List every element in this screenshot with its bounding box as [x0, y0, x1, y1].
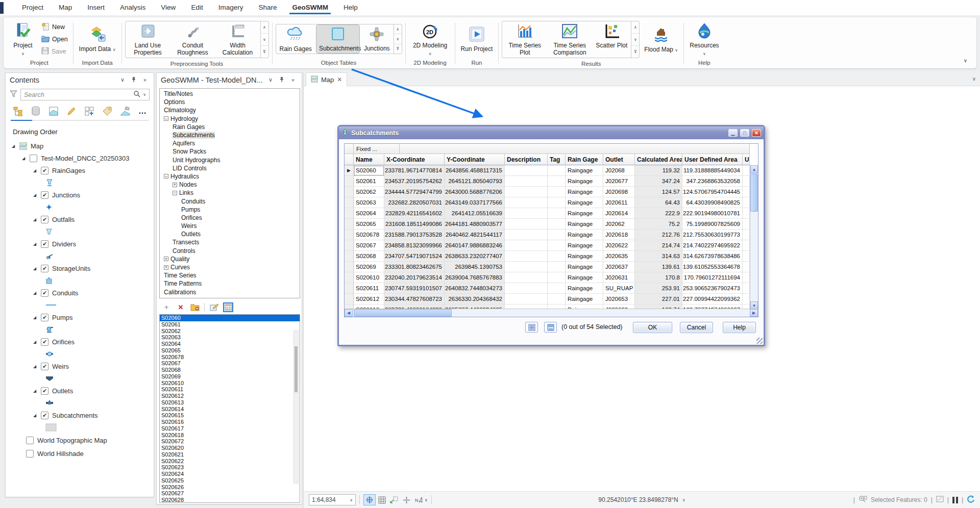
- cell[interactable]: [505, 208, 548, 219]
- expand-icon[interactable]: ◢: [32, 340, 37, 344]
- cell[interactable]: [505, 230, 548, 240]
- row-selector[interactable]: [345, 251, 354, 262]
- tree-item-subcatchments[interactable]: ◢✔Subcatchments: [11, 409, 154, 421]
- table-row[interactable]: S02062234444.577294747992643000.56887762…: [345, 187, 750, 197]
- geo-tree-orifices[interactable]: Orifices: [160, 214, 300, 222]
- chevron-down-icon[interactable]: ∨: [425, 498, 428, 502]
- subcatchments-button[interactable]: Subcatchments: [316, 25, 359, 53]
- row-selector[interactable]: [345, 208, 354, 219]
- cell[interactable]: S02060: [354, 165, 384, 176]
- cell[interactable]: S020611: [354, 283, 384, 294]
- collapse-icon[interactable]: −: [164, 174, 168, 179]
- cell[interactable]: Raingage: [566, 197, 603, 208]
- list-item[interactable]: S02067: [160, 360, 300, 367]
- cell[interactable]: Raingage: [566, 230, 603, 240]
- list-item[interactable]: S020610: [160, 380, 300, 387]
- expand-icon[interactable]: ◢: [32, 193, 37, 197]
- chevron-down-icon[interactable]: ∨: [118, 77, 127, 83]
- pin-icon[interactable]: [129, 77, 138, 84]
- cell[interactable]: S02068: [354, 251, 384, 262]
- menu-imagery[interactable]: Imagery: [211, 0, 251, 15]
- search-icon[interactable]: [133, 90, 140, 99]
- cell[interactable]: 231588.79013753528: [384, 230, 445, 240]
- time-series-comparison-button[interactable]: Time Series Comparison: [548, 22, 591, 57]
- tree-item-world-topographic-map[interactable]: World Topographic Map: [11, 434, 154, 447]
- cell[interactable]: [743, 165, 750, 176]
- list-item[interactable]: S020672: [160, 438, 300, 445]
- cell[interactable]: J020611: [603, 197, 635, 208]
- north-arrow-icon[interactable]: N: [412, 494, 425, 505]
- cell[interactable]: 212.76: [635, 230, 682, 240]
- cell[interactable]: Raingage: [566, 208, 603, 219]
- project-button[interactable]: Project∨: [9, 21, 37, 57]
- menu-share[interactable]: Share: [251, 0, 284, 15]
- ok-button[interactable]: OK: [633, 322, 672, 333]
- column-header-u[interactable]: U: [743, 154, 750, 165]
- column-header-y-coordinate[interactable]: Y-Coordinate: [445, 154, 505, 165]
- list-item[interactable]: S02068: [160, 367, 300, 373]
- expand-icon[interactable]: +: [173, 183, 177, 187]
- cell[interactable]: 232040.20179623514: [384, 272, 445, 283]
- cell[interactable]: [548, 262, 566, 272]
- geo-tree-snow-packs[interactable]: Snow Packs: [160, 147, 300, 156]
- row-selector[interactable]: [345, 176, 354, 187]
- cell[interactable]: [505, 262, 548, 272]
- geo-tree-quality[interactable]: +Quality: [160, 255, 300, 263]
- cell[interactable]: [548, 176, 566, 187]
- visibility-checkbox[interactable]: ✔: [41, 412, 48, 419]
- cell[interactable]: [743, 294, 750, 304]
- row-selector[interactable]: [345, 219, 354, 230]
- expand-icon[interactable]: ◢: [32, 217, 37, 222]
- column-header-user-defined-area[interactable]: User Defined Area: [682, 154, 743, 165]
- cell[interactable]: 232682.2820507031: [384, 197, 445, 208]
- cell[interactable]: J020631: [603, 272, 635, 283]
- cell[interactable]: 139.61052553364678: [682, 262, 743, 272]
- expand-icon[interactable]: ◢: [32, 389, 37, 393]
- tree-item-dividers[interactable]: ◢✔Dividers: [11, 238, 154, 250]
- scale-select[interactable]: 1:64,834 ∨: [309, 494, 356, 505]
- cell[interactable]: 119.32: [635, 165, 682, 176]
- cell[interactable]: [743, 240, 750, 251]
- new-button[interactable]: New: [39, 22, 70, 33]
- cell[interactable]: 230344.47827608723: [384, 294, 445, 304]
- list-item[interactable]: S020621: [160, 451, 300, 458]
- cell[interactable]: [505, 165, 548, 176]
- expand-icon[interactable]: ◢: [11, 144, 16, 148]
- expand-icon[interactable]: ◢: [32, 266, 37, 271]
- visibility-checkbox[interactable]: ✔: [41, 216, 48, 223]
- pause-drawing-icon[interactable]: [952, 497, 958, 503]
- cell[interactable]: 212.75530630199773: [682, 230, 743, 240]
- object-list-scrollbar[interactable]: [293, 331, 299, 484]
- cell[interactable]: 75.19989007825609: [682, 219, 743, 230]
- gallery-scroll-results[interactable]: ∧∨⊽: [631, 21, 639, 58]
- table-row[interactable]: S02065231608.185114990862644181.48809035…: [345, 219, 750, 230]
- cell[interactable]: [505, 197, 548, 208]
- cell[interactable]: [548, 283, 566, 294]
- cell[interactable]: 234707.54719071524: [384, 251, 445, 262]
- cell[interactable]: 214.74022974695922: [682, 240, 743, 251]
- cell[interactable]: 2643149.0337177566: [445, 197, 505, 208]
- cell[interactable]: [548, 272, 566, 283]
- open-button[interactable]: Open: [39, 35, 70, 44]
- gallery-scroll-object-tables[interactable]: ∧∨⊽: [394, 24, 402, 54]
- geo-tree-time-patterns[interactable]: Time Patterns: [160, 280, 300, 288]
- selection-box-icon[interactable]: [936, 496, 944, 504]
- row-selector[interactable]: [345, 197, 354, 208]
- geo-tree-unit-hydrographs[interactable]: Unit Hydrographs: [160, 156, 300, 164]
- cell[interactable]: S02065: [354, 219, 384, 230]
- list-item[interactable]: S020627: [160, 490, 300, 497]
- cell[interactable]: [743, 230, 750, 240]
- cell[interactable]: S02062: [354, 187, 384, 197]
- more-options-icon[interactable]: …: [137, 106, 149, 117]
- tree-item-outlets[interactable]: ◢✔Outlets: [11, 385, 154, 397]
- expand-icon[interactable]: ◢: [32, 291, 37, 295]
- cell[interactable]: 232829.42116541602: [384, 208, 445, 219]
- cell[interactable]: [505, 176, 548, 187]
- geo-tree-transects[interactable]: Transects: [160, 238, 300, 246]
- junctions-button[interactable]: Junctions: [361, 25, 393, 53]
- visibility-checkbox[interactable]: [26, 450, 34, 458]
- list-item[interactable]: S02060: [160, 315, 300, 321]
- cell[interactable]: Raingage: [566, 187, 603, 197]
- cell[interactable]: Raingage: [566, 165, 603, 176]
- list-item[interactable]: S020616: [160, 419, 300, 425]
